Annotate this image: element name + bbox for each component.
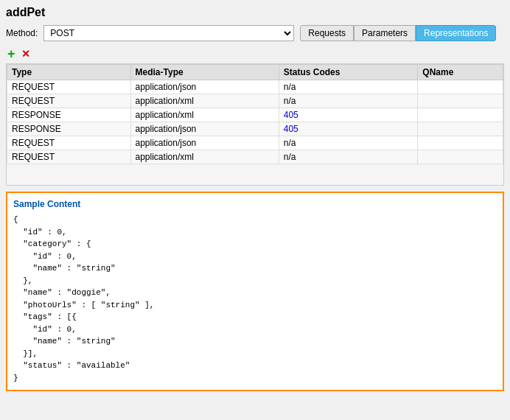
cell-qname xyxy=(418,136,503,150)
tab-group: Requests Parameters Representations xyxy=(300,25,496,41)
cell-type: RESPONSE xyxy=(7,108,131,122)
method-label: Method: xyxy=(6,28,38,38)
cell-status-codes: 405 xyxy=(279,108,418,122)
remove-button[interactable]: ✕ xyxy=(20,47,32,60)
table-row[interactable]: RESPONSEapplication/json405 xyxy=(7,122,503,136)
table-row[interactable]: REQUESTapplication/jsonn/a xyxy=(7,136,503,150)
method-select[interactable]: POST GET PUT DELETE xyxy=(43,25,294,41)
cell-media-type: application/json xyxy=(130,122,279,136)
cell-media-type: application/xml xyxy=(130,150,279,164)
cell-type: REQUEST xyxy=(7,94,131,108)
cell-qname xyxy=(418,108,503,122)
cell-type: REQUEST xyxy=(7,150,131,164)
cell-qname xyxy=(418,122,503,136)
cell-status-codes: n/a xyxy=(279,150,418,164)
cell-status-codes: n/a xyxy=(279,136,418,150)
table-row[interactable]: REQUESTapplication/jsonn/a xyxy=(7,80,503,94)
cell-status-codes: n/a xyxy=(279,94,418,108)
table-row[interactable]: REQUESTapplication/xmln/a xyxy=(7,94,503,108)
tab-representations[interactable]: Representations xyxy=(416,25,496,41)
col-status-codes: Status Codes xyxy=(279,65,418,80)
representations-table: Type Media-Type Status Codes QName REQUE… xyxy=(7,64,503,164)
add-button[interactable]: + xyxy=(6,47,17,60)
cell-type: REQUEST xyxy=(7,80,131,94)
toolbar: + ✕ xyxy=(6,47,504,60)
representations-table-container: Type Media-Type Status Codes QName REQUE… xyxy=(6,63,504,186)
page-title: addPet xyxy=(6,6,504,19)
cell-media-type: application/xml xyxy=(130,108,279,122)
cell-qname xyxy=(418,80,503,94)
cell-type: RESPONSE xyxy=(7,122,131,136)
cell-media-type: application/json xyxy=(130,80,279,94)
sample-content-title: Sample Content xyxy=(13,199,497,209)
col-qname: QName xyxy=(418,65,503,80)
cell-status-codes: 405 xyxy=(279,122,418,136)
method-bar: Method: POST GET PUT DELETE Requests Par… xyxy=(6,25,504,41)
cell-media-type: application/xml xyxy=(130,94,279,108)
col-type: Type xyxy=(7,65,131,80)
tab-parameters[interactable]: Parameters xyxy=(354,25,416,41)
empty-area xyxy=(7,164,503,185)
sample-content-code: { "id" : 0, "category" : { "id" : 0, "na… xyxy=(13,214,497,384)
tab-requests[interactable]: Requests xyxy=(300,25,354,41)
sample-content-box: Sample Content { "id" : 0, "category" : … xyxy=(6,192,504,391)
cell-status-codes: n/a xyxy=(279,80,418,94)
table-row[interactable]: RESPONSEapplication/xml405 xyxy=(7,108,503,122)
cell-qname xyxy=(418,150,503,164)
table-row[interactable]: REQUESTapplication/xmln/a xyxy=(7,150,503,164)
cell-type: REQUEST xyxy=(7,136,131,150)
col-media-type: Media-Type xyxy=(130,65,279,80)
cell-media-type: application/json xyxy=(130,136,279,150)
cell-qname xyxy=(418,94,503,108)
